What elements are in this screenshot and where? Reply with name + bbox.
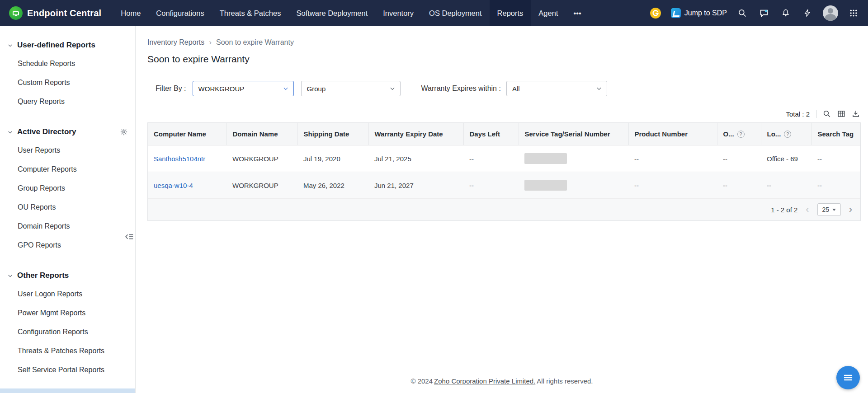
chevron-down-icon [7, 42, 13, 48]
endpoint-central-logo-icon [9, 6, 23, 20]
col-service-tag[interactable]: Service Tag/Serial Number [519, 123, 628, 145]
column-chooser-icon[interactable] [837, 110, 845, 118]
section-other-reports[interactable]: Other Reports [0, 267, 135, 285]
sidebar-item-user-reports[interactable]: User Reports [0, 141, 135, 160]
col-label: O... [723, 130, 734, 138]
sidebar-item-power-mgmt-reports[interactable]: Power Mgmt Reports [0, 304, 135, 323]
table-row: Santhosh5104ntr WORKGROUP Jul 19, 2020 J… [148, 145, 860, 172]
computer-link[interactable]: uesqa-w10-4 [154, 182, 193, 189]
col-shipping-date[interactable]: Shipping Date [297, 123, 368, 145]
sidebar-item-computer-reports[interactable]: Computer Reports [0, 160, 135, 179]
col-label: Lo... [767, 130, 781, 138]
service-tag-redacted [524, 153, 567, 164]
col-warranty-expiry-date[interactable]: Warranty Expiry Date [368, 123, 463, 145]
section-active-directory[interactable]: Active Directory [0, 123, 135, 141]
cell-domain: WORKGROUP [226, 172, 297, 199]
col-lo-truncated[interactable]: Lo...? [761, 123, 811, 145]
chevron-down-icon [389, 85, 396, 92]
sidebar-item-group-reports[interactable]: Group Reports [0, 179, 135, 198]
warranty-table: Computer Name Domain Name Shipping Date … [147, 122, 861, 221]
reports-sidebar: User-defined Reports Schedule Reports Cu… [0, 26, 136, 393]
cell-shipping-date: Jul 19, 2020 [297, 145, 368, 172]
section-title: Other Reports [17, 271, 69, 280]
sidebar-item-ou-reports[interactable]: OU Reports [0, 198, 135, 217]
sidebar-item-self-service-portal-reports[interactable]: Self Service Portal Reports [0, 360, 135, 379]
zia-assistant-icon[interactable] [649, 7, 662, 19]
nav-agent[interactable]: Agent [531, 0, 566, 26]
cell-product-number: -- [628, 172, 717, 199]
col-days-left[interactable]: Days Left [463, 123, 519, 145]
filter-group-value: Group [307, 85, 326, 93]
col-computer-name[interactable]: Computer Name [148, 123, 226, 145]
quick-menu-fab-button[interactable] [836, 366, 860, 389]
quick-actions-bolt-icon[interactable] [801, 7, 814, 19]
brand[interactable]: Endpoint Central [0, 0, 113, 26]
col-domain-name[interactable]: Domain Name [226, 123, 297, 145]
filter-scope-select[interactable]: WORKGROUP [193, 81, 294, 96]
table-row: uesqa-w10-4 WORKGROUP May 26, 2022 Jun 2… [148, 172, 860, 199]
export-download-icon[interactable] [852, 110, 860, 118]
nav-home[interactable]: Home [113, 0, 148, 26]
sidebar-item-schedule-reports[interactable]: Schedule Reports [0, 54, 135, 73]
nav-more[interactable]: ••• [566, 0, 589, 26]
cell-domain: WORKGROUP [226, 145, 297, 172]
notifications-bell-icon[interactable] [779, 7, 792, 19]
sidebar-item-query-reports[interactable]: Query Reports [0, 92, 135, 111]
cell-search-tag: -- [811, 172, 860, 199]
cell-lo: -- [761, 172, 811, 199]
sidebar-item-user-logon-reports[interactable]: User Logon Reports [0, 285, 135, 304]
help-icon[interactable]: ? [737, 131, 745, 138]
nav-inventory[interactable]: Inventory [375, 0, 421, 26]
cell-warranty-expiry: Jun 21, 2027 [368, 172, 463, 199]
sidebar-item-gpo-reports[interactable]: GPO Reports [0, 236, 135, 255]
computer-link[interactable]: Santhosh5104ntr [154, 155, 205, 163]
nav-software-deployment[interactable]: Software Deployment [288, 0, 375, 26]
filter-row: Filter By : WORKGROUP Group Warranty Exp… [156, 81, 861, 96]
breadcrumb: Inventory Reports › Soon to expire Warra… [147, 38, 861, 47]
page-title: Soon to expire Warranty [147, 54, 861, 65]
pagination-range: 1 - 2 of 2 [771, 206, 797, 214]
cell-lo: Office - 69 [761, 145, 811, 172]
help-icon[interactable]: ? [784, 131, 791, 138]
search-icon[interactable] [736, 7, 749, 19]
chat-icon[interactable] [758, 7, 770, 19]
apps-grid-icon[interactable] [847, 7, 860, 19]
cell-search-tag: -- [811, 145, 860, 172]
col-o-truncated[interactable]: O...? [717, 123, 761, 145]
warranty-expires-select[interactable]: All [506, 81, 607, 96]
nav-threats-patches[interactable]: Threats & Patches [212, 0, 289, 26]
table-search-icon[interactable] [823, 110, 831, 118]
nav-configurations[interactable]: Configurations [148, 0, 212, 26]
topbar-actions: Jump to SDP [649, 0, 868, 26]
footer-copyright: © 2024 [410, 377, 433, 385]
pagination-prev-icon[interactable]: ‹ [805, 205, 810, 215]
sidebar-item-threats-patches-reports[interactable]: Threats & Patches Reports [0, 342, 135, 360]
gear-icon[interactable] [120, 128, 128, 136]
sidebar-item-custom-reports[interactable]: Custom Reports [0, 73, 135, 92]
sdp-logo-icon [671, 8, 681, 18]
divider [816, 110, 816, 118]
chevron-down-icon [283, 85, 289, 92]
zoho-link[interactable]: Zoho Corporation Private Limited. [434, 377, 535, 385]
page-size-value: 25 [822, 206, 829, 213]
sidebar-item-configuration-reports[interactable]: Configuration Reports [0, 323, 135, 342]
section-title: Active Directory [17, 127, 76, 136]
jump-to-sdp-button[interactable]: Jump to SDP [671, 8, 727, 18]
col-product-number[interactable]: Product Number [628, 123, 717, 145]
page-size-select[interactable]: 25 [817, 203, 841, 216]
user-avatar[interactable] [823, 5, 838, 21]
breadcrumb-parent-link[interactable]: Inventory Reports [147, 38, 204, 47]
cell-shipping-date: May 26, 2022 [297, 172, 368, 199]
pagination-next-icon[interactable]: › [848, 205, 853, 215]
filter-group-select[interactable]: Group [301, 81, 401, 96]
section-user-defined-reports[interactable]: User-defined Reports [0, 36, 135, 54]
sidebar-collapse-icon[interactable] [124, 232, 134, 243]
footer-rights: All rights reserved. [537, 377, 593, 385]
nav-os-deployment[interactable]: OS Deployment [421, 0, 489, 26]
warranty-expires-label: Warranty Expires within : [421, 84, 501, 93]
cell-days-left: -- [463, 172, 519, 199]
sidebar-item-domain-reports[interactable]: Domain Reports [0, 217, 135, 236]
col-search-tag[interactable]: Search Tag [811, 123, 860, 145]
breadcrumb-current: Soon to expire Warranty [216, 38, 294, 47]
nav-reports[interactable]: Reports [490, 0, 531, 26]
